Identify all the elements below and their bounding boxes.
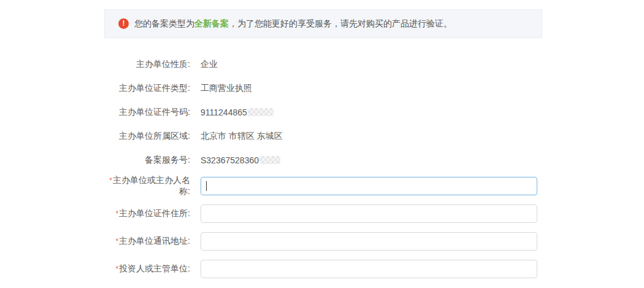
field-label: 主办单位性质:	[104, 59, 190, 70]
field-value: 9111244865	[201, 107, 274, 117]
field-row-region: 主办单位所属区域: 北京市 市辖区 东城区	[104, 124, 542, 148]
alert-text-prefix: 您的备案类型为	[134, 18, 194, 28]
field-label-text: 主办单位通讯地址:	[119, 236, 190, 246]
filing-type-alert-banner: ! 您的备案类型为全新备案，为了您能更好的享受服务，请先对购买的产品进行验证。	[104, 9, 542, 38]
censored-mosaic	[248, 108, 274, 116]
input-wrapper	[201, 204, 537, 223]
input-wrapper	[201, 232, 537, 251]
censored-mosaic	[259, 156, 280, 164]
field-label: 主办单位证件类型:	[104, 83, 190, 94]
required-asterisk: *	[115, 237, 118, 246]
certificate-number-visible: 9111244865	[201, 107, 247, 117]
alert-text-suffix: ，为了您能更好的享受服务，请先对购买的产品进行验证。	[229, 18, 452, 28]
field-value: 企业	[201, 59, 218, 70]
field-value: 工商营业执照	[201, 83, 252, 94]
filing-type-highlight: 全新备案	[194, 18, 229, 28]
alert-message: 您的备案类型为全新备案，为了您能更好的享受服务，请先对购买的产品进行验证。	[134, 18, 452, 29]
field-row-service-number: 备案服务号: S32367528360	[104, 148, 542, 172]
field-label-text: 主办单位或主办人名称:	[113, 175, 190, 196]
field-row-certificate-type: 主办单位证件类型: 工商营业执照	[104, 76, 542, 100]
field-label: *主办单位通讯地址:	[104, 236, 190, 247]
certificate-address-input[interactable]	[201, 204, 537, 223]
service-number-visible: S32367528360	[201, 155, 259, 165]
input-row-mailing-address: *主办单位通讯地址:	[104, 227, 542, 255]
field-label: 主办单位所属区域:	[104, 131, 190, 142]
mailing-address-input[interactable]	[201, 232, 537, 251]
field-label: 主办单位证件号码:	[104, 107, 190, 118]
input-wrapper	[201, 177, 537, 195]
text-caret	[206, 181, 207, 191]
required-asterisk: *	[115, 265, 118, 273]
input-row-certificate-address: *主办单位证件住所:	[104, 200, 542, 227]
investor-unit-input[interactable]	[201, 260, 537, 278]
field-label: 备案服务号:	[104, 155, 190, 166]
field-label-text: 投资人或主管单位:	[119, 263, 190, 273]
input-section: *主办单位或主办人名称: *主办单位证件住所: *主办单位通讯地址: *	[104, 172, 542, 282]
field-value: S32367528360	[201, 155, 280, 165]
input-row-organizer-name: *主办单位或主办人名称:	[104, 172, 542, 200]
field-label: *主办单位或主办人名称:	[104, 175, 190, 197]
field-row-organizer-nature: 主办单位性质: 企业	[104, 52, 542, 76]
exclamation-circle-icon: !	[118, 18, 129, 29]
field-label: *主办单位证件住所:	[104, 208, 190, 219]
field-label-text: 主办单位证件住所:	[119, 208, 190, 218]
field-label: *投资人或主管单位:	[104, 263, 190, 274]
filing-verification-page: ! 您的备案类型为全新备案，为了您能更好的享受服务，请先对购买的产品进行验证。 …	[0, 9, 644, 288]
input-wrapper	[201, 260, 537, 278]
field-value: 北京市 市辖区 东城区	[201, 131, 283, 142]
field-row-certificate-number: 主办单位证件号码: 9111244865	[104, 100, 542, 124]
input-row-investor-unit: *投资人或主管单位:	[104, 255, 542, 282]
content-area: ! 您的备案类型为全新备案，为了您能更好的享受服务，请先对购买的产品进行验证。 …	[104, 9, 542, 282]
organizer-name-input[interactable]	[201, 177, 537, 195]
required-asterisk: *	[109, 176, 112, 185]
static-info-section: 主办单位性质: 企业 主办单位证件类型: 工商营业执照 主办单位证件号码: 91…	[104, 52, 542, 172]
required-asterisk: *	[115, 209, 118, 218]
